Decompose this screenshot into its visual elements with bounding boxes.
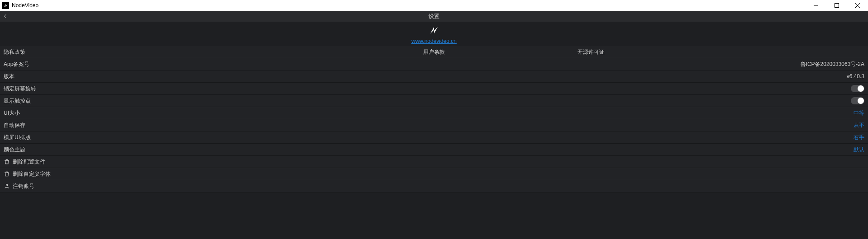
lock-rotation-toggle[interactable]	[851, 85, 864, 92]
ui-size-value: 中等	[854, 109, 864, 117]
settings-list: 隐私政策 用户条款 开源许可证 App备案号 鲁ICP备2020033063号-…	[0, 46, 868, 192]
delete-fonts-row[interactable]: 删除自定义字体	[0, 168, 868, 180]
trash-icon	[4, 159, 10, 165]
theme-value: 默认	[854, 146, 864, 154]
version-value: v6.40.3	[847, 73, 864, 80]
app-logo-icon	[427, 29, 441, 37]
window-title: NodeVideo	[12, 2, 38, 9]
delete-config-label: 删除配置文件	[13, 158, 45, 166]
trash-icon	[4, 171, 10, 177]
minimize-button[interactable]	[806, 0, 826, 11]
lock-rotation-row: 锁定屏幕旋转	[0, 83, 868, 95]
app-record-number-value: 鲁ICP备2020033063号-2A	[801, 61, 864, 68]
theme-label: 颜色主题	[4, 146, 25, 154]
app-icon	[2, 2, 9, 9]
back-button[interactable]	[0, 11, 11, 22]
window-titlebar: NodeVideo	[0, 0, 868, 11]
open-source-license-link[interactable]: 开源许可证	[577, 48, 864, 56]
app-record-number-row: App备案号 鲁ICP备2020033063号-2A	[0, 58, 868, 70]
close-button[interactable]	[847, 0, 868, 11]
svg-point-4	[6, 184, 8, 186]
show-touch-label: 显示触控点	[4, 97, 31, 105]
show-touch-row: 显示触控点	[0, 95, 868, 107]
website-link[interactable]: www.nodevideo.cn	[0, 38, 868, 44]
landscape-ui-row[interactable]: 横屏UI排版 右手	[0, 131, 868, 144]
app-record-number-label: App备案号	[4, 61, 29, 68]
logout-label: 注销账号	[13, 183, 34, 190]
logo-block: www.nodevideo.cn	[0, 22, 868, 46]
landscape-ui-value: 右手	[854, 134, 864, 141]
auto-save-value: 从不	[854, 122, 864, 129]
logout-icon	[4, 183, 10, 189]
theme-row[interactable]: 颜色主题 默认	[0, 144, 868, 156]
maximize-button[interactable]	[826, 0, 847, 11]
lock-rotation-label: 锁定屏幕旋转	[4, 85, 36, 93]
landscape-ui-label: 横屏UI排版	[4, 134, 31, 141]
terms-link[interactable]: 用户条款	[291, 48, 577, 56]
titlebar-left: NodeVideo	[2, 2, 38, 9]
svg-rect-1	[835, 4, 839, 8]
ui-size-row[interactable]: UI大小 中等	[0, 107, 868, 119]
version-row: 版本 v6.40.3	[0, 70, 868, 83]
auto-save-row[interactable]: 自动保存 从不	[0, 119, 868, 131]
app-header: 设置	[0, 11, 868, 22]
window-controls	[806, 0, 868, 11]
auto-save-label: 自动保存	[4, 122, 25, 129]
logout-row[interactable]: 注销账号	[0, 180, 868, 192]
privacy-policy-link[interactable]: 隐私政策	[4, 48, 291, 56]
show-touch-toggle[interactable]	[851, 97, 864, 104]
page-title: 设置	[0, 13, 868, 20]
version-label: 版本	[4, 73, 14, 80]
delete-fonts-label: 删除自定义字体	[13, 170, 51, 178]
delete-config-row[interactable]: 删除配置文件	[0, 156, 868, 168]
legal-links-row: 隐私政策 用户条款 开源许可证	[0, 46, 868, 58]
ui-size-label: UI大小	[4, 109, 20, 117]
